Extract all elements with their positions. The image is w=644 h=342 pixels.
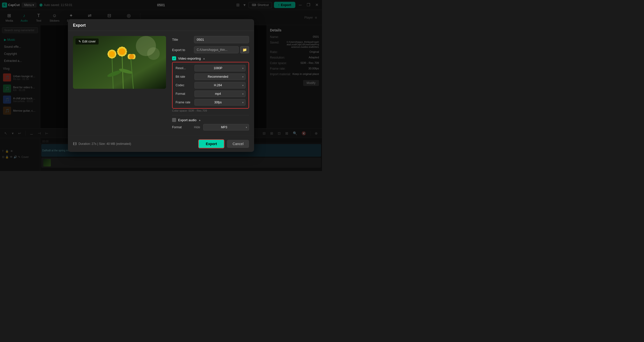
color-space-note: Color space: SDR - Rec.709 [172,109,249,112]
duration-text: Duration: 27s | Size: 40 MB (estimated) [78,142,131,146]
framerate-row: Frame rate 24fps 25fps 30fps 60fps [176,99,246,106]
edit-cover-button[interactable]: ✎ Edit cover [75,38,99,45]
format-select[interactable]: mp4 mov avi [194,91,246,97]
audio-format-select[interactable]: MP3 AAC WAV [203,124,249,131]
audio-collapse-icon: ▲ [198,119,201,121]
audio-checkbox[interactable] [172,118,176,122]
audio-format-select-wrapper: MP3 AAC WAV [203,124,249,131]
svg-point-12 [109,51,115,57]
modal-body: ✎ Edit cover Title Export to 📁 [68,31,254,136]
resolution-row: Resol... 720P 1080P 2K 4K [176,65,246,71]
export-path-container: 📁 [194,46,249,53]
export-modal-button[interactable]: Export [198,139,224,148]
audio-format-label: Format [172,125,191,129]
video-toggle[interactable]: ✓ Video exporting ▲ [172,56,249,60]
title-input[interactable] [194,36,249,43]
footer-buttons: Export Cancel [198,139,249,148]
export-modal: Export [68,19,254,152]
resolution-select[interactable]: 720P 1080P 2K 4K [194,65,246,71]
format-select-wrapper: mp4 mov avi [194,91,246,97]
pencil-icon: ✎ [78,40,81,43]
export-to-label: Export to [172,48,191,52]
footer-info: 🎞 Duration: 27s | Size: 40 MB (estimated… [73,142,131,146]
modal-overlay: Export [0,0,322,171]
title-label: Title [172,38,191,41]
framerate-select[interactable]: 24fps 25fps 30fps 60fps [194,99,246,106]
codec-select-wrapper: H.264 H.265 VP9 [194,82,246,89]
modal-title: Export [68,19,254,31]
export-settings: Title Export to 📁 ✓ [172,36,249,131]
svg-point-25 [147,47,160,60]
codec-row: Codec H.264 H.265 VP9 [176,82,246,89]
resolution-select-wrapper: 720P 1080P 2K 4K [194,65,246,71]
codec-select[interactable]: H.264 H.265 VP9 [194,82,246,89]
svg-point-23 [129,54,134,59]
film-icon: 🎞 [73,142,76,146]
audio-format-row: Format Hide MP3 AAC WAV [172,124,249,131]
bitrate-select-wrapper: Low Medium Recommended High [194,73,246,80]
modal-footer: 🎞 Duration: 27s | Size: 40 MB (estimated… [68,136,254,152]
video-section: ✓ Video exporting ▲ Resol... 720P [172,56,249,112]
framerate-select-wrapper: 24fps 25fps 30fps 60fps [194,99,246,106]
hide-label: Hide [194,125,200,129]
format-row: Format mp4 mov avi [176,91,246,97]
cancel-modal-button[interactable]: Cancel [227,140,249,148]
export-path-input[interactable] [194,46,239,53]
svg-point-19 [119,48,125,55]
folder-icon: 📁 [243,48,247,52]
export-to-row: Export to 📁 [172,46,249,53]
audio-section: Export audio ▲ Format Hide MP3 AAC WAV [172,115,249,131]
bitrate-select[interactable]: Low Medium Recommended High [194,73,246,80]
title-row: Title [172,36,249,43]
folder-browse-button[interactable]: 📁 [240,46,249,53]
video-checkbox[interactable]: ✓ [172,56,176,60]
bitrate-row: Bit rate Low Medium Recommended High [176,73,246,80]
video-settings-box: Resol... 720P 1080P 2K 4K [172,62,249,109]
audio-toggle[interactable]: Export audio ▲ [172,118,249,122]
video-collapse-icon: ▲ [203,57,205,60]
cover-preview: ✎ Edit cover [73,36,166,89]
